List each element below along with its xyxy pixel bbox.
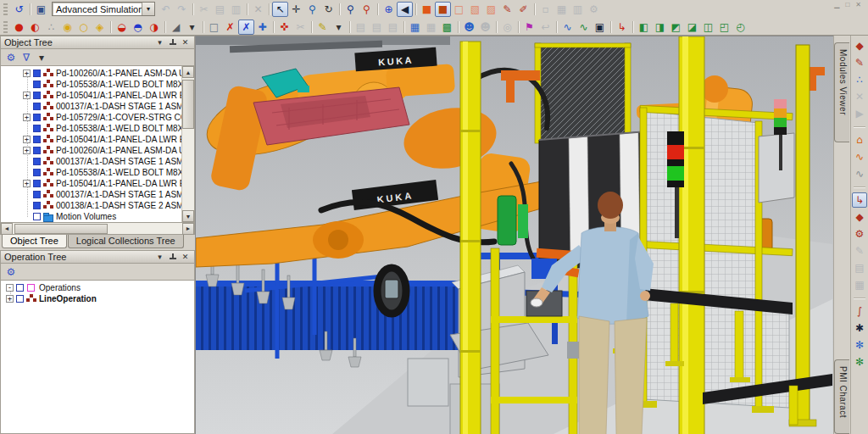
scroll-right-button[interactable]: ► [182,223,194,235]
tree-item-motion-volumes[interactable]: + Motion Volumes [1,211,181,222]
view-cube-front-icon[interactable]: ◧ [636,19,652,35]
view-cube-left-icon[interactable]: ◩ [668,19,684,35]
robot-al2-icon[interactable]: ✻ [852,354,867,370]
relocate-icon[interactable]: ✜ [276,19,292,35]
tree-item-checkbox[interactable] [33,202,41,209]
attach-icon[interactable]: ✚ [254,19,270,35]
toolbar-grip[interactable] [3,21,8,33]
tree-item-checkbox[interactable] [33,92,41,99]
kinematics-blue-icon[interactable]: ∿ [559,19,576,35]
tree-item[interactable]: + Pd-105538/A:1-WELD BOLT M8X20 (V [1,167,181,178]
robot-al1-icon[interactable]: ✻ [852,337,867,353]
tree-item[interactable]: + Pd-105538/A:1-WELD BOLT M8X20 (V [1,123,181,134]
robot-limits-icon[interactable]: ✱ [852,320,867,336]
robot-teach-icon[interactable]: ✎ [852,55,867,70]
solid-display-icon[interactable]: ■ [419,2,435,17]
transparent-display-icon[interactable]: ▧ [467,2,483,17]
simulation-mode-combobox[interactable]: Advanced Simulation ▾ [52,2,155,16]
customize-icon[interactable]: ↺ [11,2,27,17]
snap-red-icon[interactable]: ✗ [222,19,238,35]
panel-pin-icon[interactable] [167,252,178,262]
align-icon[interactable]: ▥ [570,2,586,17]
hide-components-icon[interactable]: ◐ [27,19,43,35]
expand-toggle-icon[interactable]: + [6,295,14,303]
view-cone-icon[interactable]: ◀ [397,2,413,17]
bulb-off-icon[interactable]: ○ [75,19,92,35]
shaded-display-icon[interactable]: ■ [435,2,451,17]
view-cube-back-icon[interactable]: ◨ [652,19,668,35]
redo-icon[interactable]: ↷ [174,2,190,17]
window-layout-icon[interactable]: ▣ [33,2,49,17]
pencil-dim-icon[interactable]: ✎ [852,243,867,259]
view-cube-top-icon[interactable]: ◫ [700,19,716,35]
robot-reach-icon[interactable]: ◆ [852,209,867,225]
scrollbar-thumb[interactable] [182,80,194,129]
measure-caret-icon[interactable]: ▾ [184,19,200,35]
center-view-icon[interactable]: ⊕ [381,2,397,17]
tree-item-checkbox[interactable] [33,81,41,88]
frame-red-icon[interactable]: ◒ [114,19,130,35]
expand-toggle-icon[interactable]: + [23,147,31,154]
panel-close-icon[interactable]: ✕ [180,37,191,47]
vtab-pmi-characteristics[interactable]: PMI Charact [834,359,849,434]
pan-icon[interactable]: ✛ [288,2,304,17]
tree-options-icon[interactable]: ⚙ [3,265,19,279]
bulb-text-icon[interactable]: ◈ [92,19,108,35]
tree-item-checkbox[interactable] [33,169,41,176]
tree-item[interactable]: + Pd-100260/A:1-PANEL ASM-DA UPR I [1,145,181,156]
stamp-a-icon[interactable]: ▤ [353,19,369,35]
zoom-icon[interactable]: ⚲ [342,2,359,17]
entity-filter-icon[interactable]: ∴ [43,19,59,35]
tree-item-checkbox[interactable] [33,213,41,220]
tree-item[interactable]: + Pd-100260/A:1-PANEL ASM-DA UPR I [1,68,181,79]
robot-properties-icon[interactable]: ◆ [852,38,867,53]
rotate-view-icon[interactable]: ↻ [320,2,337,17]
pin-magenta-icon[interactable]: ⚑ [521,19,537,35]
tree-options-icon[interactable]: ⚙ [3,51,19,64]
tree-item-checkbox[interactable] [33,147,41,154]
return-icon[interactable]: ↩ [537,19,554,35]
panel-menu-icon[interactable]: ▾ [154,252,165,262]
op-item-lineoperation[interactable]: + LineOperation [1,293,194,304]
vtab-modules-viewer[interactable]: Modules Viewer [834,42,849,142]
annotate-icon[interactable]: ✎ [499,2,515,17]
tools-icon[interactable]: ⚙ [586,2,602,17]
expand-toggle-icon[interactable]: + [23,180,31,187]
tree-filter-icon[interactable]: ∇ [19,51,34,64]
view-cube-bottom-icon[interactable]: ◰ [716,19,732,35]
tree-item-checkbox[interactable] [33,70,41,77]
minimize-button[interactable]: ▁ [834,1,839,8]
tab-logical-collections-tree[interactable]: Logical Collections Tree [68,235,184,248]
placement-icon[interactable]: ▫ [537,2,554,17]
expand-toggle-icon[interactable]: - [6,284,14,292]
path-points-icon[interactable]: ∴ [852,72,867,87]
view-sphere-icon[interactable]: ◴ [732,19,748,35]
teach-panel-icon[interactable]: ▣ [592,19,608,35]
tree-item[interactable]: + Pd-105041/A:1-PANEL-DA LWR EXTN [1,134,181,145]
expand-toggle-icon[interactable]: + [23,92,31,99]
robot-jog-icon[interactable]: ↳ [852,192,867,208]
markup-icon[interactable]: ✐ [515,2,531,17]
pen-caret-icon[interactable]: ▾ [331,19,347,35]
tree-item-checkbox[interactable] [33,125,41,132]
kinematics-green-icon[interactable]: ∿ [576,19,592,35]
tree-item-checkbox[interactable] [33,103,41,110]
grid-snap-icon[interactable]: ▦ [554,2,570,17]
cut-icon[interactable]: ✂ [196,2,212,17]
frame-mixed-icon[interactable]: ◑ [146,19,162,35]
filter-caret-icon[interactable]: ▾ [34,51,49,64]
tree-item-checkbox[interactable] [33,180,41,187]
hidden-display-icon[interactable]: ▨ [483,2,499,17]
curve-flip-icon[interactable]: ∿ [852,166,867,181]
combobox-dropdown-icon[interactable]: ▾ [142,3,154,15]
undo-icon[interactable]: ↶ [158,2,174,17]
panel-pin-icon[interactable] [167,37,178,47]
stamp-c-icon[interactable]: ▤ [385,19,401,35]
human-dim-icon[interactable]: ☻ [477,19,493,35]
toolbar-grip[interactable] [3,3,8,15]
copy-icon[interactable]: ▤ [212,2,228,17]
gun-icon[interactable]: ◎ [499,19,515,35]
select-box-icon[interactable]: □ [206,19,222,35]
tree-item[interactable]: + 000137/A:1-DASH STAGE 1 ASM (Ver [1,189,181,200]
snap-blue-icon[interactable]: ✗ [238,19,254,35]
